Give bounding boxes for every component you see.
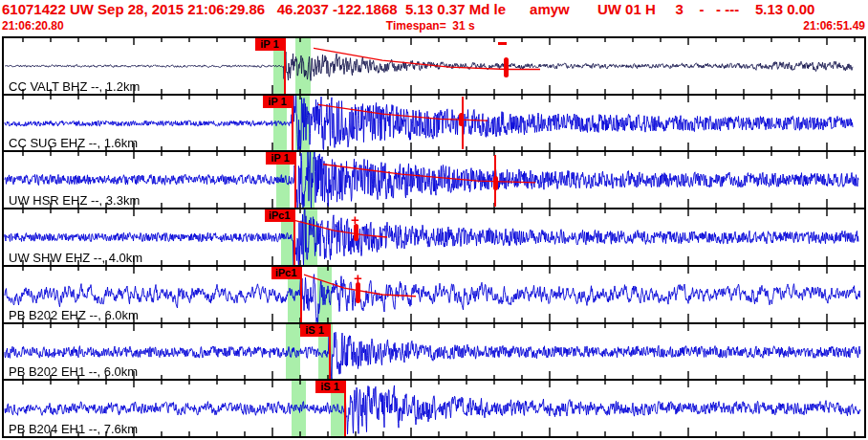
pick-line[interactable]: [329, 324, 331, 380]
trace-panel-uw-shw[interactable]: iPc1 UW SHW EHZ --, 4.0km +: [4, 209, 864, 267]
pick-line[interactable]: [294, 152, 296, 208]
pick-line[interactable]: [292, 96, 293, 151]
time-axis-header: 21:06:20.80 Timespan= 31 s 21:06:51.49: [0, 18, 868, 34]
window-start-time: 21:06:20.80: [2, 18, 64, 33]
event-summary-line: 61071422 UW Sep 28, 2015 21:06:29.86 46.…: [2, 0, 868, 18]
pick-line[interactable]: [284, 38, 286, 94]
trace-panel-cc-valt[interactable]: iP 1 CC VALT BHZ --, 1.2km: [4, 38, 864, 96]
pick-label[interactable]: iS 1: [315, 381, 344, 393]
coda-marker-handle[interactable]: [493, 176, 498, 190]
pick-label[interactable]: iP 1: [263, 96, 292, 108]
coda-cross-icon: +: [351, 215, 359, 225]
coda-marker-handle[interactable]: [459, 113, 464, 125]
coda-cross-icon: +: [354, 274, 362, 283]
station-label: PB B202 EH1 --, 6.0km: [9, 364, 138, 379]
pick-label[interactable]: iP 1: [266, 152, 294, 165]
station-label: PB B204 EH1 --, 7.6km: [9, 422, 138, 436]
trace-panel-uw-hsr[interactable]: iP 1 UW HSR EHZ --, 3.3km: [4, 152, 864, 209]
pick-label[interactable]: iPc1: [265, 209, 293, 222]
station-label: UW HSR EHZ --, 3.3km: [9, 193, 140, 208]
pick-line[interactable]: [293, 209, 295, 265]
station-label: PB B202 EHZ --, 6.0km: [9, 308, 139, 322]
timespan-label: Timespan= 31 s: [386, 18, 475, 33]
station-label: UW SHW EHZ --, 4.0km: [9, 251, 142, 265]
pick-label[interactable]: iS 1: [300, 324, 329, 337]
window-end-time: 21:06:51.49: [803, 18, 865, 33]
seismic-waveform-viewer: 61071422 UW Sep 28, 2015 21:06:29.86 46.…: [0, 0, 868, 440]
trace-panel-pb-b202-ehz[interactable]: iPc1 PB B202 EHZ --, 6.0km +: [4, 267, 864, 324]
station-label: CC VALT BHZ --, 1.2km: [9, 79, 140, 94]
trace-panel-cc-sug[interactable]: iP 1 CC SUG EHZ --, 1.6km: [4, 96, 864, 153]
coda-marker-handle[interactable]: [504, 57, 509, 77]
trace-panel-pb-b204-eh1[interactable]: iS 1 PB B204 EH1 --, 7.6km: [4, 381, 864, 436]
pick-label[interactable]: iP 1: [255, 38, 284, 51]
trace-panel-pb-b202-eh1[interactable]: iS 1 PB B202 EH1 --, 6.0km: [4, 324, 864, 382]
pick-line[interactable]: [300, 267, 302, 322]
station-label: CC SUG EHZ --, 1.6km: [9, 136, 138, 150]
pick-label[interactable]: iPc1: [271, 267, 300, 279]
coda-flag-icon: [498, 42, 507, 45]
pick-line[interactable]: [344, 381, 346, 436]
trace-frame: iP 1 CC VALT BHZ --, 1.2km iP 1 CC SUG E…: [2, 36, 866, 438]
